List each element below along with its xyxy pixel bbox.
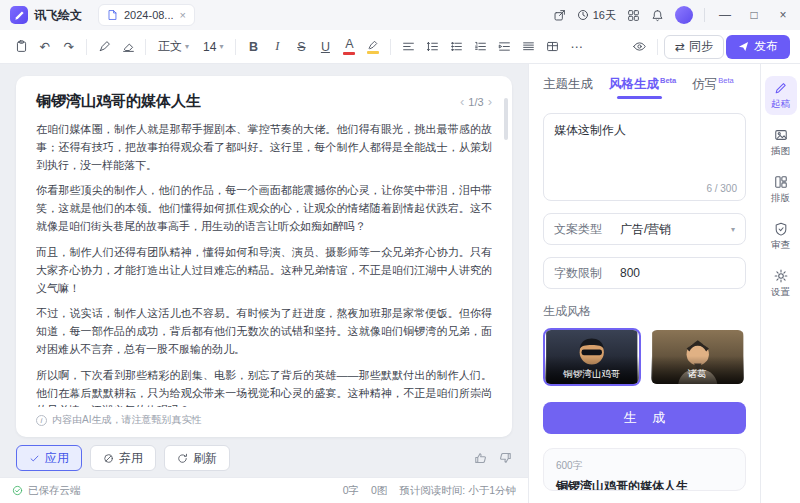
apply-button[interactable]: 应用 <box>16 445 82 471</box>
article-paragraph: 你看那些顶尖的制作人，他们的作品，每一个画面都能震撼你的心灵，让你笑中带泪，泪中… <box>36 182 492 235</box>
titlebar-divider <box>704 8 705 22</box>
layout-icon <box>774 175 788 189</box>
chevron-down-icon: ▾ <box>185 42 189 51</box>
align-left-icon[interactable] <box>397 35 419 59</box>
bold-button[interactable]: B <box>242 35 264 59</box>
article-body[interactable]: 在咱们媒体圈，制作人就是那帮手握剧本、掌控节奏的大佬。他们得有眼光，挑出最带感的… <box>36 121 492 407</box>
tab-close-icon[interactable]: × <box>180 9 186 21</box>
paragraph-style-select[interactable]: 正文▾ <box>152 38 195 55</box>
article-paragraph: 在咱们媒体圈，制作人就是那帮手握剧本、掌控节奏的大佬。他们得有眼光，挑出最带感的… <box>36 121 492 174</box>
sync-arrows-icon: ⇄ <box>675 40 685 54</box>
publish-button[interactable]: 发布 <box>726 35 790 59</box>
rail-item-review[interactable]: 审查 <box>765 217 797 256</box>
app-logo-icon <box>10 6 28 24</box>
rail-item-draft[interactable]: 起稿 <box>765 76 797 115</box>
gear-icon <box>774 269 788 283</box>
chevron-down-icon: ▾ <box>731 225 735 234</box>
style-card-name: 诸葛 <box>651 356 745 384</box>
highlight-swatch <box>367 51 379 54</box>
strikethrough-button[interactable]: S <box>290 35 312 59</box>
article-paragraph: 而且，制作人们还得有团队精神，懂得如何和导演、演员、摄影师等一众兄弟齐心协力。只… <box>36 244 492 297</box>
beta-badge: Beta <box>660 76 676 85</box>
minimize-button[interactable]: — <box>716 8 734 22</box>
rail-item-illustration[interactable]: 插图 <box>765 123 797 162</box>
draft-actions: 应用 弃用 刷新 <box>16 445 512 471</box>
clear-format-icon[interactable] <box>117 35 139 59</box>
editor-column: 铜锣湾山鸡哥的媒体人生 ‹ 1/3 › 在咱们媒体圈，制作人就是那帮手握剧本、掌… <box>0 64 528 503</box>
table-icon[interactable] <box>541 35 563 59</box>
numbered-list-icon[interactable] <box>469 35 491 59</box>
paste-icon[interactable] <box>10 35 32 59</box>
document-tab[interactable]: 2024-08... × <box>98 4 195 26</box>
check-icon <box>29 453 40 464</box>
article-paragraph: 所以啊，下次看到那些精彩的剧集、电影，别忘了背后的英雄——那些默默付出的制作人们… <box>36 367 492 407</box>
apps-grid-icon[interactable] <box>627 9 640 22</box>
status-bar: 已保存云端 0字 0图 预计阅读时间: 小于1分钟 <box>0 477 528 503</box>
highlight-button[interactable] <box>362 35 384 59</box>
generation-panel: 主题生成 风格生成Beta 仿写Beta 媒体这制作人 6 / 300 文案类型… <box>528 64 760 503</box>
bell-icon[interactable] <box>651 9 664 22</box>
tab-topic-generate[interactable]: 主题生成 <box>543 76 593 101</box>
discard-icon <box>103 453 114 464</box>
scrollbar[interactable] <box>504 98 508 140</box>
tab-imitate[interactable]: 仿写Beta <box>692 76 733 101</box>
underline-button[interactable]: U <box>314 35 336 59</box>
generation-result-card[interactable]: 600字 铜锣湾山鸡哥的媒体人生 在咱们媒体圈，制作人就是那帮手握剧本、掌控节奏… <box>543 448 746 491</box>
font-color-button[interactable]: A <box>338 35 360 59</box>
discard-button[interactable]: 弃用 <box>90 445 156 471</box>
style-cards: 铜锣湾山鸡哥 诸葛 <box>543 328 746 386</box>
doc-type-value: 广告/营销 <box>620 221 731 238</box>
style-card-zhuge[interactable]: 诸葛 <box>649 328 747 386</box>
maximize-button[interactable]: □ <box>745 8 763 22</box>
beta-badge: Beta <box>718 76 733 85</box>
refresh-icon <box>177 453 188 464</box>
panel-tabs: 主题生成 风格生成Beta 仿写Beta <box>543 76 746 101</box>
justify-icon[interactable] <box>517 35 539 59</box>
share-icon[interactable] <box>553 9 566 22</box>
trial-days-badge[interactable]: 16天 <box>577 8 616 23</box>
word-limit-label: 字数限制 <box>554 265 602 282</box>
rail-item-settings[interactable]: 设置 <box>765 264 797 303</box>
style-card-shanjige[interactable]: 铜锣湾山鸡哥 <box>543 328 641 386</box>
prev-version-icon[interactable]: ‹ <box>460 94 464 109</box>
main-area: 铜锣湾山鸡哥的媒体人生 ‹ 1/3 › 在咱们媒体圈，制作人就是那帮手握剧本、掌… <box>0 64 800 503</box>
close-button[interactable]: × <box>774 8 792 22</box>
redo-icon[interactable]: ↷ <box>58 35 80 59</box>
undo-icon[interactable]: ↶ <box>34 35 56 59</box>
document-tab-title: 2024-08... <box>124 9 174 21</box>
preview-eye-icon[interactable] <box>629 35 651 59</box>
next-version-icon[interactable]: › <box>488 94 492 109</box>
font-size-select[interactable]: 14▾ <box>197 40 229 54</box>
publish-icon <box>738 41 749 52</box>
style-section-label: 生成风格 <box>543 303 746 320</box>
generate-button[interactable]: 生 成 <box>543 402 746 434</box>
editor-card: 铜锣湾山鸡哥的媒体人生 ‹ 1/3 › 在咱们媒体圈，制作人就是那帮手握剧本、掌… <box>16 76 512 437</box>
saved-status: 已保存云端 <box>28 484 81 498</box>
ai-disclaimer: i 内容由AI生成，请注意甄别真实性 <box>36 407 492 427</box>
rail-item-layout[interactable]: 排版 <box>765 170 797 209</box>
user-avatar[interactable] <box>675 6 693 24</box>
italic-button[interactable]: I <box>266 35 288 59</box>
char-counter: 6 / 300 <box>706 183 737 194</box>
format-painter-icon[interactable] <box>93 35 115 59</box>
article-paragraph: 不过，说实话，制作人这活儿也不容易。有时候为了赶进度，熬夜加班那是家常便饭。但你… <box>36 305 492 358</box>
indent-icon[interactable] <box>493 35 515 59</box>
app-name: 讯飞绘文 <box>34 7 82 24</box>
line-spacing-icon[interactable] <box>421 35 443 59</box>
sync-button[interactable]: ⇄ 同步 <box>664 35 724 59</box>
doc-type-select[interactable]: 文案类型 广告/营销 ▾ <box>543 213 746 245</box>
document-icon <box>107 9 118 21</box>
refresh-button[interactable]: 刷新 <box>164 445 230 471</box>
word-limit-input[interactable]: 字数限制 800 <box>543 257 746 289</box>
chevron-down-icon: ▾ <box>219 42 223 51</box>
prompt-input[interactable]: 媒体这制作人 6 / 300 <box>543 113 746 201</box>
cloud-saved-icon <box>12 485 23 496</box>
thumbs-up-icon[interactable] <box>474 451 488 465</box>
tab-style-generate[interactable]: 风格生成Beta <box>609 76 676 101</box>
info-icon: i <box>36 415 47 426</box>
bullet-list-icon[interactable] <box>445 35 467 59</box>
thumbs-down-icon[interactable] <box>498 451 512 465</box>
page-indicator: 1/3 <box>468 96 483 108</box>
more-tools-icon[interactable]: ⋯ <box>565 35 587 59</box>
result-word-count: 600字 <box>556 459 733 473</box>
